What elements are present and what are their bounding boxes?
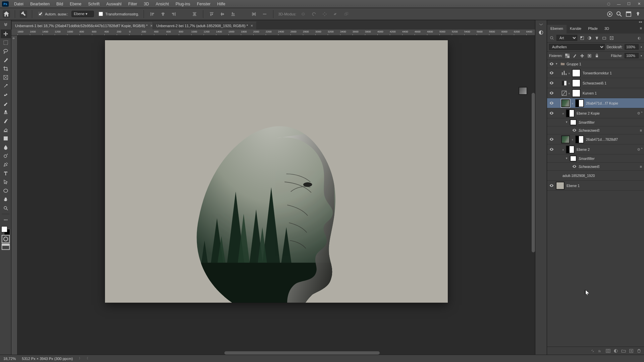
path-select-tool[interactable]: [1, 178, 11, 186]
window-close-button[interactable]: ✕: [634, 0, 644, 8]
folder-toggle-icon[interactable]: ▾: [556, 62, 560, 66]
layer-row[interactable]: adult-1852908_1920: [547, 171, 644, 181]
document-tab[interactable]: Unbenannt-1 bei 18,7% (26ab471dd8dc52b95…: [12, 22, 153, 29]
layer-mask-thumb[interactable]: [572, 69, 581, 77]
search-icon[interactable]: [616, 11, 623, 17]
screen-mode-button[interactable]: [1, 243, 11, 251]
menu-bearbeiten[interactable]: Bearbeiten: [27, 0, 53, 8]
auto-select-checkbox[interactable]: Autom. ausw.:: [37, 11, 68, 17]
close-icon[interactable]: ×: [251, 23, 253, 28]
3d-roll-icon[interactable]: [310, 10, 318, 18]
link-layers-icon[interactable]: [590, 348, 595, 353]
layer-name[interactable]: Smartfilter: [577, 120, 644, 124]
stamp-tool[interactable]: [1, 108, 11, 117]
color-panel-icon[interactable]: [537, 28, 545, 37]
edit-toolbar-icon[interactable]: [1, 216, 11, 224]
zoom-readout[interactable]: 18,72%: [3, 357, 16, 361]
lock-transparency-icon[interactable]: [565, 53, 570, 58]
layer-name[interactable]: Kurven 1: [581, 91, 644, 95]
layer-row[interactable]: ₈Ebene 2⊙ ˄: [547, 144, 644, 155]
visibility-toggle[interactable]: [547, 91, 556, 95]
filter-settings-icon[interactable]: ≡: [640, 128, 642, 132]
layer-mask-thumb[interactable]: [575, 135, 584, 143]
add-layer-icon[interactable]: [629, 348, 634, 353]
document-tab[interactable]: Unbenannt-2 bei 11,7% (adult-1852908_192…: [153, 22, 256, 29]
visibility-toggle[interactable]: [547, 111, 556, 115]
filter-indicator-icon[interactable]: ⊙ ˄: [637, 147, 643, 151]
align-bottom-icon[interactable]: [229, 10, 237, 18]
filter-toggle-icon[interactable]: ◐: [637, 35, 642, 41]
vertical-ruler[interactable]: 0: [11, 36, 17, 355]
filter-mask-thumb[interactable]: [570, 156, 577, 162]
vertical-scrollbar[interactable]: [532, 93, 535, 252]
blur-tool[interactable]: [1, 143, 11, 152]
3d-slide-icon[interactable]: [332, 10, 339, 18]
panel-menu-icon[interactable]: ≡: [638, 25, 644, 34]
layer-row[interactable]: ▾Gruppe 1: [547, 60, 644, 68]
layer-thumb[interactable]: [561, 135, 570, 143]
layer-row[interactable]: Schwarzweiß≡: [547, 163, 644, 171]
dodge-tool[interactable]: [1, 152, 11, 160]
menu-ebene[interactable]: Ebene: [66, 0, 85, 8]
visibility-toggle[interactable]: [547, 62, 556, 66]
shape-tool[interactable]: [1, 186, 11, 195]
pen-tool[interactable]: [1, 160, 11, 169]
window-cloud-icon[interactable]: ◌: [604, 0, 614, 8]
lock-nested-icon[interactable]: [587, 53, 592, 58]
visibility-toggle[interactable]: [547, 81, 556, 85]
menu-datei[interactable]: Datei: [11, 0, 27, 8]
align-center-h-icon[interactable]: [159, 10, 167, 18]
lock-pixels-icon[interactable]: [572, 53, 577, 58]
align-top-icon[interactable]: [208, 10, 215, 18]
zoom-tool[interactable]: [1, 204, 11, 213]
more-align-icon[interactable]: [261, 10, 268, 18]
filter-adjust-icon[interactable]: [587, 35, 592, 41]
layer-name[interactable]: 26ab471d…7828df7: [585, 137, 644, 141]
filter-eye-icon[interactable]: [571, 128, 577, 133]
layer-fx-icon[interactable]: fx: [598, 348, 603, 353]
share-icon[interactable]: [635, 11, 641, 17]
distribute-v-icon[interactable]: [250, 10, 258, 18]
menu-3d[interactable]: 3D: [141, 0, 152, 8]
3d-pan-icon[interactable]: [321, 10, 328, 18]
menu-plug-ins[interactable]: Plug-ins: [172, 0, 194, 8]
cloud-docs-icon[interactable]: [606, 11, 613, 17]
layer-row[interactable]: ₈Ebene 2 Kopie⊙ ˄: [547, 108, 644, 118]
layer-name[interactable]: Ebene 2: [575, 147, 637, 152]
tab-paths[interactable]: Pfade: [585, 25, 601, 34]
smartfilter-toggle-icon[interactable]: ▾: [566, 120, 570, 124]
layer-row[interactable]: ₈Kurven 1: [547, 88, 644, 98]
transform-controls-checkbox[interactable]: Transformationsstrg.: [97, 11, 139, 17]
toolbar-collapse-icon[interactable]: [1, 21, 11, 29]
layer-row[interactable]: ₈26ab471d…f7 Kopie: [547, 98, 644, 108]
align-left-icon[interactable]: [149, 10, 156, 18]
tab-layers[interactable]: Ebenen: [547, 25, 567, 34]
layer-mask-thumb[interactable]: [566, 145, 575, 154]
visibility-toggle[interactable]: [547, 101, 556, 105]
collapse-strip-handle[interactable]: [537, 22, 545, 27]
filter-pixel-icon[interactable]: [579, 35, 585, 41]
status-menu-arrow[interactable]: 〉: [79, 356, 82, 361]
tab-3d[interactable]: 3D: [601, 25, 612, 34]
layer-name[interactable]: Gruppe 1: [565, 62, 644, 66]
visibility-toggle[interactable]: [547, 137, 556, 141]
window-maximize-button[interactable]: ☐: [624, 0, 634, 8]
filter-smart-icon[interactable]: [609, 35, 614, 41]
3d-scale-icon[interactable]: [342, 10, 350, 18]
menu-hilfe[interactable]: Hilfe: [214, 0, 229, 8]
brush-tool[interactable]: [1, 99, 11, 108]
filter-shape-icon[interactable]: [601, 35, 607, 41]
wand-tool[interactable]: [1, 56, 11, 64]
close-icon[interactable]: ×: [150, 23, 153, 28]
eyedropper-tool[interactable]: [1, 82, 11, 90]
eraser-tool[interactable]: [1, 125, 11, 134]
canvas-viewport[interactable]: [17, 36, 535, 355]
menu-bild[interactable]: Bild: [53, 0, 66, 8]
menu-ansicht[interactable]: Ansicht: [152, 0, 172, 8]
add-adjustment-icon[interactable]: [613, 348, 618, 353]
panel-collapse-icon[interactable]: ◂◂: [639, 20, 642, 25]
layer-row[interactable]: Schwarzweiß≡: [547, 126, 644, 134]
lasso-tool[interactable]: [1, 47, 11, 56]
layer-name[interactable]: Schwarzweiß: [577, 165, 640, 169]
filter-mask-thumb[interactable]: [570, 119, 577, 125]
